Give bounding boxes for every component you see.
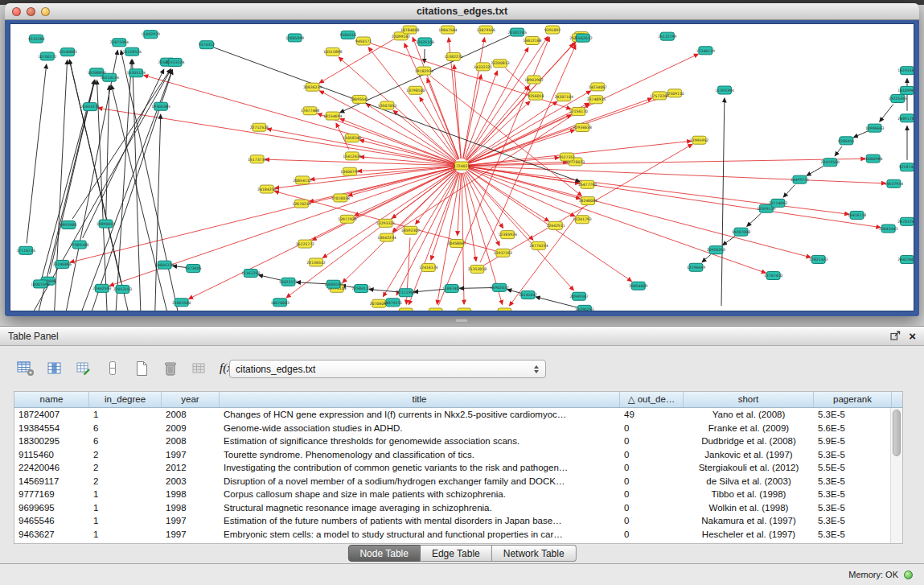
table-row[interactable]: 977716911998Corpus callosum shape and si… [14, 488, 890, 501]
table-row[interactable]: 946554611997Estimation of the future num… [14, 514, 890, 528]
float-panel-icon[interactable] [890, 329, 901, 344]
close-window-button[interactable] [12, 7, 21, 16]
graph-edge[interactable] [702, 255, 711, 262]
zoom-window-button[interactable] [41, 7, 50, 16]
column-header-title[interactable]: title [220, 392, 620, 407]
graph-edge[interactable] [69, 60, 130, 311]
table-cell: 2 [89, 475, 162, 488]
table-cell: 5.3E-5 [814, 408, 890, 422]
graph-edge[interactable] [64, 51, 117, 311]
graph-edge[interactable] [296, 282, 326, 284]
graph-edge[interactable] [469, 159, 865, 166]
rows-icon[interactable] [101, 357, 123, 379]
graph-edge[interactable] [466, 171, 533, 240]
table-row[interactable]: 969969511998Structural magnetic resonanc… [14, 501, 890, 515]
column-header-in_degree[interactable]: in_degree [89, 392, 162, 407]
graph-edge[interactable] [392, 104, 589, 233]
graph-edge[interactable] [723, 236, 736, 245]
graph-edge[interactable] [853, 131, 868, 138]
graph-node-label: 22053103 [113, 287, 132, 291]
graph-edge[interactable] [259, 275, 281, 280]
graph-edge[interactable] [348, 167, 454, 196]
delete-table-icon[interactable] [159, 357, 181, 379]
graph-edge[interactable] [286, 170, 456, 297]
column-header-name[interactable]: name [14, 392, 89, 407]
graph-edge[interactable] [468, 170, 549, 221]
graph-edge[interactable] [36, 80, 94, 311]
graph-edge[interactable] [72, 69, 170, 219]
graph-edge[interactable] [462, 173, 464, 304]
graph-edge[interactable] [536, 297, 577, 307]
table-cell: 9699695 [14, 501, 89, 515]
graph-edge[interactable] [54, 60, 68, 311]
graph-node-label: 13879556 [477, 28, 495, 32]
table-row[interactable]: 1872400712008Changes of HCN gene express… [14, 408, 890, 422]
graph-edge[interactable] [339, 57, 456, 161]
graph-edge[interactable] [783, 185, 795, 197]
table-row[interactable]: 2242004622012Investigating the contribut… [14, 461, 890, 475]
graph-edge[interactable] [97, 80, 108, 311]
graph-edge[interactable] [267, 129, 454, 164]
graph-edge[interactable] [414, 289, 445, 291]
graph-node-label: 22584113 [351, 286, 370, 290]
tab-edge-table[interactable]: Edge Table [421, 545, 492, 562]
graph-edge[interactable] [343, 171, 457, 282]
minimize-window-button[interactable] [27, 7, 35, 16]
graph-edge[interactable] [468, 168, 766, 273]
window-titlebar[interactable]: citations_edges.txt [5, 3, 919, 20]
table-row[interactable]: 1830029562008Estimation of significance … [14, 435, 890, 448]
graph-edge[interactable] [458, 173, 462, 236]
graph-edge[interactable] [880, 105, 893, 122]
import-table-icon[interactable] [188, 357, 210, 379]
graph-edge[interactable] [469, 167, 811, 257]
new-document-icon[interactable] [130, 357, 152, 379]
graph-edge[interactable] [83, 69, 164, 238]
graph-edge[interactable] [721, 98, 725, 306]
graph-edge[interactable] [469, 167, 881, 227]
table-cell: 5.3E-5 [814, 488, 890, 501]
graph-edge[interactable] [807, 166, 823, 175]
graph-edge[interactable] [747, 213, 761, 226]
table-options-icon[interactable] [14, 357, 36, 379]
table-selector[interactable]: citations_edges.txt [229, 360, 546, 378]
scrollbar-thumb[interactable] [893, 410, 901, 456]
edit-table-icon[interactable] [72, 357, 94, 379]
tab-network-table[interactable]: Network Table [492, 545, 577, 562]
graph-node-label: 20054009 [629, 284, 647, 288]
table-row[interactable]: 946362711997Embryonic stem cells: a mode… [14, 528, 890, 542]
graph-edge[interactable] [213, 47, 580, 182]
graph-edge[interactable] [383, 172, 458, 297]
graph-edge[interactable] [27, 64, 47, 243]
graph-edge[interactable] [460, 288, 492, 289]
graph-node-label: 15477780 [578, 183, 597, 187]
table-row[interactable]: 1938455462009Genome-wide association stu… [14, 422, 890, 435]
graph-edge[interactable] [454, 64, 462, 159]
column-header-year[interactable]: year [162, 392, 220, 407]
table-cell: 22420046 [14, 461, 89, 475]
graph-edge[interactable] [393, 110, 456, 161]
tab-node-table[interactable]: Node Table [347, 545, 421, 562]
graph-edge[interactable] [369, 290, 399, 292]
graph-edge[interactable] [835, 146, 842, 156]
column-header-short[interactable]: short [684, 392, 814, 407]
table-cell: Hescheler et al. (1997) [684, 528, 814, 542]
table-cell: 18724007 [14, 408, 89, 422]
graph-edge[interactable] [463, 38, 485, 159]
table-cell: Jankovic et al. (1997) [684, 448, 814, 462]
splitter-handle[interactable] [455, 319, 468, 323]
table-cell: 5.3E-5 [814, 475, 890, 488]
table-cell: 2 [89, 461, 162, 475]
close-panel-icon[interactable]: × [909, 330, 916, 342]
graph-edge[interactable] [466, 43, 573, 160]
vertical-scrollbar[interactable] [890, 408, 902, 543]
graph-edge[interactable] [106, 85, 109, 216]
show-columns-icon[interactable] [43, 357, 65, 379]
graph-edge[interactable] [173, 266, 187, 267]
table-row[interactable]: 911546021997Tourette syndrome. Phenomeno… [14, 448, 890, 462]
network-graph[interactable]: 1724021227780231547778018248084122417931… [10, 24, 914, 311]
table-row[interactable]: 1456911722003Disruption of a novel membe… [14, 475, 890, 488]
column-header-pagerank[interactable]: pagerank [814, 392, 892, 407]
graph-node-label: 10515898 [323, 50, 342, 54]
column-header-out_de[interactable]: △ out_de… [620, 392, 684, 407]
network-canvas[interactable]: 1724021227780231547778018248084122417931… [10, 23, 914, 311]
